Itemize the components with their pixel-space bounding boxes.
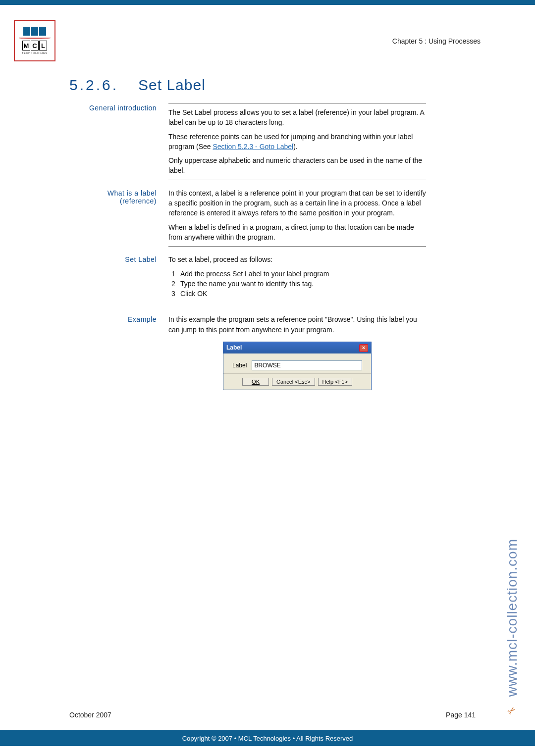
logo-letter: C [31,41,39,50]
dialog-titlebar: Label × [223,342,371,353]
close-icon[interactable]: × [359,344,368,352]
logo-letter: M [22,41,30,50]
step-num: 1 [168,269,180,279]
whatis-label2: (reference) [69,197,157,205]
side-url: www.mcl-collection.com [504,539,520,697]
chapter-header: Chapter 5 : Using Processes [392,37,481,45]
setlabel-intro: To set a label, proceed as follows: [168,254,426,264]
logo: M C L TECHNOLOGIES [14,20,55,61]
label-set-label: Set Label [69,251,168,301]
logo-letter: L [39,41,47,50]
step-num: 3 [168,289,180,299]
section-heading: 5.2.6. Set Label [69,77,206,94]
general-p3: Only uppercase alphabetic and numeric ch… [168,155,426,176]
label-dialog: Label × Label OK Cancel <Esc> Help <F1> [223,342,372,390]
step-text: Click OK [180,289,426,299]
step-text: Add the process Set Label to your label … [180,269,426,279]
whatis-label1: What is a label [69,189,157,197]
whatis-p1: In this context, a label is a reference … [168,188,426,218]
general-p1: The Set Label process allows you to set … [168,107,426,128]
step-text: Type the name you want to identify this … [180,279,426,289]
footer-date: October 2007 [69,711,111,719]
logo-subtext: TECHNOLOGIES [19,51,51,54]
footer-line: October 2007 Page 141 [69,711,476,719]
content-area: General introduction The Set Label proce… [69,99,426,390]
label-example: Example [69,310,168,390]
help-button[interactable]: Help <F1> [318,378,352,386]
divider [168,103,426,103]
step-num: 2 [168,279,180,289]
whatis-p2: When a label is defined in a program, a … [168,222,426,243]
divider [168,180,426,180]
setlabel-steps: 1Add the process Set Label to your label… [168,269,426,299]
divider [168,246,426,247]
label-general-introduction: General introduction [69,99,168,184]
label-what-is-a-label: What is a label (reference) [69,184,168,251]
ok-button[interactable]: OK [242,378,269,386]
top-band [0,0,535,5]
copyright-bar: Copyright © 2007 • MCL Technologies • Al… [0,730,535,746]
general-p2b: ). [293,143,298,151]
page: M C L TECHNOLOGIES Chapter 5 : Using Pro… [0,5,535,756]
label-input[interactable] [252,360,362,370]
heading-number: 5.2.6. [69,77,118,94]
dialog-title-text: Label [226,344,242,352]
footer-page: Page 141 [446,711,476,719]
goto-label-link[interactable]: Section 5.2.3 - Goto Label [213,143,293,151]
heading-title: Set Label [138,77,206,94]
general-p2: These reference points can be used for j… [168,132,426,152]
cancel-button[interactable]: Cancel <Esc> [272,378,315,386]
example-p1: In this example the program sets a refer… [168,314,426,335]
dialog-field-label: Label [232,361,247,370]
scissor-icon: ✂ [505,703,519,717]
